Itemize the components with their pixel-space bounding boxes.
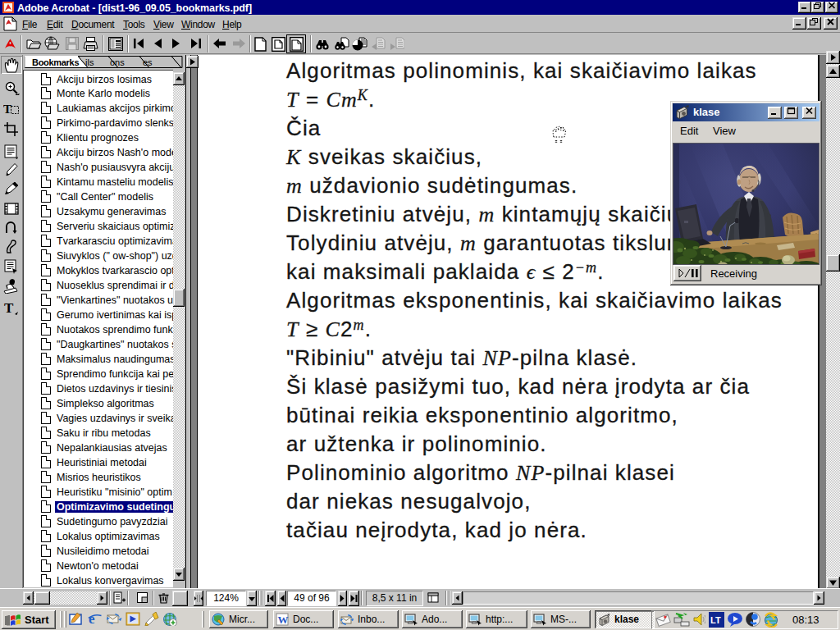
svg-text:T: T <box>3 103 11 116</box>
svg-text:W: W <box>278 614 289 626</box>
svg-text:LT: LT <box>710 615 721 625</box>
svg-text:ils: ils <box>85 57 94 67</box>
svg-text:e: e <box>89 611 95 626</box>
svg-text:es: es <box>143 57 153 67</box>
svg-text:Bookmarks: Bookmarks <box>32 57 79 67</box>
svg-text:T: T <box>4 300 14 316</box>
svg-text:ons: ons <box>110 57 125 67</box>
